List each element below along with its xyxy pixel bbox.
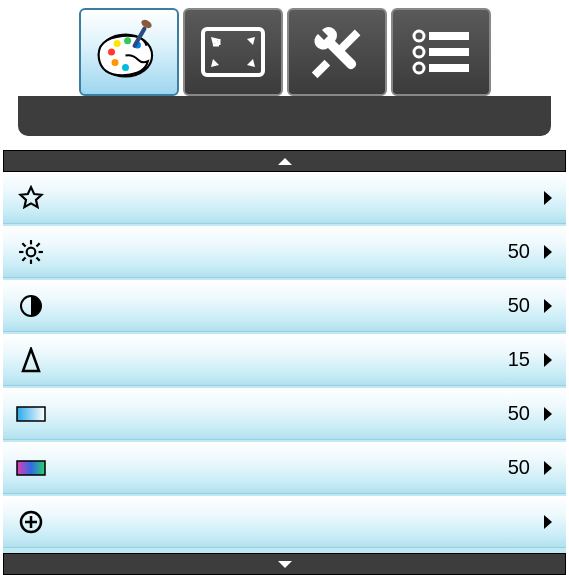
svg-rect-32 [17, 407, 45, 421]
chevron-right-icon [544, 191, 552, 205]
svg-rect-19 [429, 32, 469, 40]
svg-point-17 [414, 47, 424, 57]
tab-picture[interactable] [79, 8, 179, 96]
list-icon [411, 28, 471, 76]
tools-icon [307, 22, 367, 82]
svg-rect-20 [429, 48, 469, 56]
svg-rect-21 [429, 64, 469, 72]
svg-marker-11 [247, 37, 255, 45]
tab-tools[interactable] [287, 8, 387, 96]
svg-line-29 [22, 257, 25, 260]
row-saturation[interactable]: 50 [3, 442, 566, 494]
svg-rect-15 [311, 60, 329, 78]
svg-rect-14 [333, 30, 360, 57]
settings-list: 50 50 15 50 [3, 172, 566, 553]
row-value: 50 [500, 294, 530, 317]
svg-line-27 [22, 243, 25, 246]
chevron-right-icon [544, 407, 552, 421]
svg-rect-33 [17, 461, 45, 475]
svg-marker-13 [247, 59, 255, 67]
chevron-right-icon [544, 461, 552, 475]
hue-icon [15, 398, 47, 430]
tab-connector [18, 96, 551, 136]
svg-point-1 [108, 49, 115, 56]
svg-line-28 [36, 257, 39, 260]
chevron-up-icon [278, 158, 292, 165]
row-favorites[interactable] [3, 172, 566, 224]
plus-circle-icon [15, 506, 47, 538]
brightness-icon [15, 236, 47, 268]
row-value: 50 [500, 402, 530, 425]
svg-point-3 [124, 37, 131, 44]
saturation-icon [15, 452, 47, 484]
scroll-down-button[interactable] [3, 553, 566, 575]
star-icon [15, 182, 47, 214]
svg-marker-12 [211, 59, 219, 67]
svg-point-18 [414, 63, 424, 73]
svg-rect-9 [203, 29, 263, 75]
osd-root: 50 50 15 50 [0, 0, 569, 575]
svg-point-8 [139, 18, 152, 30]
svg-point-2 [113, 40, 120, 47]
row-value: 15 [500, 348, 530, 371]
tab-screen[interactable] [183, 8, 283, 96]
sharpness-icon [15, 344, 47, 376]
svg-point-16 [414, 31, 424, 41]
chevron-right-icon [544, 245, 552, 259]
chevron-down-icon [278, 561, 292, 568]
row-value: 50 [500, 240, 530, 263]
palette-icon [94, 17, 164, 87]
tab-bar [0, 8, 569, 104]
svg-point-5 [111, 59, 118, 66]
row-advanced[interactable] [3, 496, 566, 548]
svg-line-30 [36, 243, 39, 246]
row-brightness[interactable]: 50 [3, 226, 566, 278]
fullscreen-icon [201, 27, 265, 77]
chevron-right-icon [544, 515, 552, 529]
scroll-up-button[interactable] [3, 150, 566, 172]
contrast-icon [15, 290, 47, 322]
chevron-right-icon [544, 353, 552, 367]
row-hue[interactable]: 50 [3, 388, 566, 440]
row-sharpness[interactable]: 15 [3, 334, 566, 386]
svg-point-6 [122, 64, 129, 71]
row-value: 50 [500, 456, 530, 479]
chevron-right-icon [544, 299, 552, 313]
svg-point-22 [27, 247, 36, 256]
row-contrast[interactable]: 50 [3, 280, 566, 332]
tab-list[interactable] [391, 8, 491, 96]
